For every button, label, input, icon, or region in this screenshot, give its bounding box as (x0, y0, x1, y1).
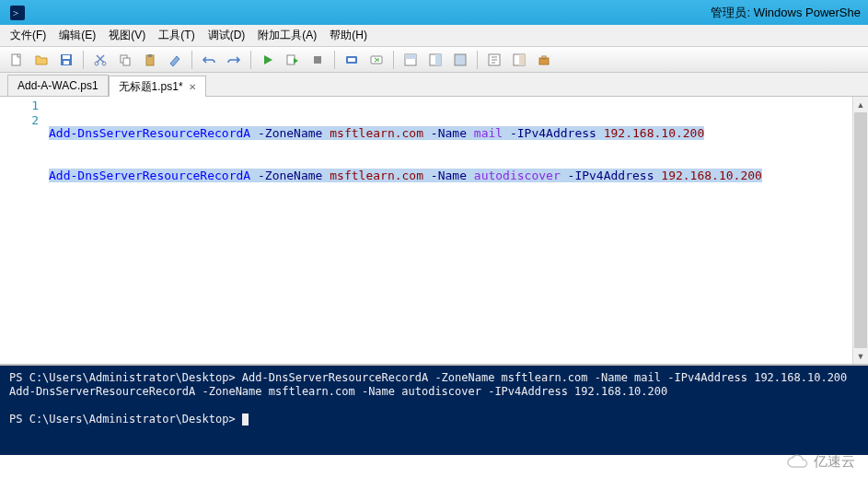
menu-addons[interactable]: 附加工具(A) (251, 25, 323, 46)
code-line: Add-DnsServerResourceRecordA -ZoneName m… (49, 126, 868, 141)
toolbar (0, 47, 868, 73)
svg-text:>: > (13, 7, 18, 18)
watermark: 亿速云 (786, 453, 855, 471)
remote-open-icon[interactable] (365, 50, 388, 70)
stop-icon[interactable] (307, 50, 329, 70)
layout-top-icon[interactable] (399, 50, 422, 70)
layout-full-icon[interactable] (449, 50, 471, 70)
line-number: 1 (0, 99, 39, 113)
layout-side-icon[interactable] (424, 50, 446, 70)
new-file-icon[interactable] (6, 50, 28, 70)
copy-icon[interactable] (114, 50, 136, 70)
line-number: 2 (0, 113, 39, 128)
menu-file[interactable]: 文件(F) (4, 25, 52, 46)
redo-icon[interactable] (223, 50, 245, 70)
run-script-icon[interactable] (257, 50, 279, 70)
svg-rect-12 (287, 55, 295, 64)
menu-edit[interactable]: 编辑(E) (52, 25, 102, 46)
console-line: PS C:\Users\Administrator\Desktop> Add-D… (9, 371, 847, 384)
separator (334, 51, 335, 69)
svg-rect-16 (371, 56, 382, 64)
paste-icon[interactable] (139, 50, 161, 70)
clear-icon[interactable] (164, 50, 186, 70)
remote-icon[interactable] (341, 50, 363, 70)
show-command-icon[interactable] (483, 50, 505, 70)
tab-label: Add-A-WAC.ps1 (17, 79, 98, 92)
scroll-thumb[interactable] (854, 112, 867, 348)
menu-tools[interactable]: 工具(T) (152, 25, 201, 46)
line-gutter: 1 2 (0, 97, 46, 364)
toolbox-icon[interactable] (533, 50, 555, 70)
separator (250, 51, 251, 69)
open-folder-icon[interactable] (30, 50, 52, 70)
console-line: Add-DnsServerResourceRecordA -ZoneName m… (9, 385, 667, 398)
svg-rect-15 (348, 58, 355, 62)
svg-rect-4 (63, 55, 70, 59)
menu-debug[interactable]: 调试(D) (202, 25, 252, 46)
svg-rect-11 (148, 54, 152, 57)
tab-add-a-wac[interactable]: Add-A-WAC.ps1 (7, 75, 109, 96)
save-icon[interactable] (55, 50, 77, 70)
tab-label: 无标题1.ps1* (119, 79, 183, 95)
script-editor[interactable]: 1 2 Add-DnsServerResourceRecordA -ZoneNa… (0, 97, 868, 364)
svg-rect-24 (519, 54, 525, 65)
cursor (242, 414, 249, 426)
powershell-icon: > (10, 6, 25, 20)
tab-untitled[interactable]: 无标题1.ps1* ✕ (109, 76, 206, 97)
svg-rect-13 (314, 56, 321, 64)
separator (83, 51, 84, 69)
watermark-text: 亿速云 (814, 453, 855, 471)
scroll-down-icon[interactable]: ▼ (853, 348, 868, 364)
console-pane[interactable]: PS C:\Users\Administrator\Desktop> Add-D… (0, 364, 868, 455)
code-area[interactable]: Add-DnsServerResourceRecordA -ZoneName m… (46, 97, 868, 364)
title-text: 管理员: Windows PowerShe (711, 5, 861, 21)
undo-icon[interactable] (198, 50, 220, 70)
console-prompt: PS C:\Users\Administrator\Desktop> (9, 413, 236, 426)
cut-icon[interactable] (89, 50, 111, 70)
menubar: 文件(F) 编辑(E) 视图(V) 工具(T) 调试(D) 附加工具(A) 帮助… (0, 25, 868, 47)
show-addon-icon[interactable] (508, 50, 530, 70)
separator (191, 51, 192, 69)
separator (393, 51, 394, 69)
svg-rect-18 (405, 54, 416, 59)
menu-view[interactable]: 视图(V) (102, 25, 152, 46)
svg-rect-20 (435, 54, 441, 65)
scroll-up-icon[interactable]: ▲ (853, 97, 868, 112)
separator (477, 51, 478, 69)
svg-rect-21 (455, 54, 466, 65)
svg-rect-9 (123, 58, 130, 65)
run-selection-icon[interactable] (282, 50, 304, 70)
vertical-scrollbar[interactable]: ▲ ▼ (852, 97, 868, 364)
titlebar: > 管理员: Windows PowerShe (0, 0, 868, 25)
tabbar: Add-A-WAC.ps1 无标题1.ps1* ✕ (0, 73, 868, 97)
code-line: Add-DnsServerResourceRecordA -ZoneName m… (49, 169, 868, 183)
menu-help[interactable]: 帮助(H) (323, 25, 374, 46)
svg-rect-5 (64, 61, 69, 64)
close-icon[interactable]: ✕ (189, 82, 196, 92)
svg-rect-2 (12, 54, 20, 65)
